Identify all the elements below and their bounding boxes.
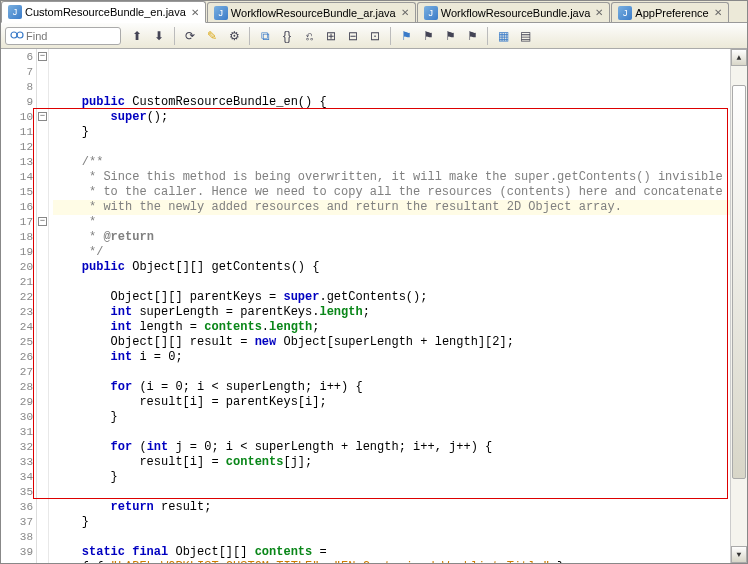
view1-icon[interactable]: ▦	[493, 26, 513, 46]
separator	[249, 27, 250, 45]
code-line[interactable]: */	[53, 245, 730, 260]
line-number: 28	[1, 380, 36, 395]
line-number: 15	[1, 185, 36, 200]
view2-icon[interactable]: ▤	[515, 26, 535, 46]
bookmark-next-icon[interactable]: ⚑	[440, 26, 460, 46]
code-line[interactable]: /**	[53, 155, 730, 170]
code-line[interactable]	[53, 485, 730, 500]
scroll-thumb[interactable]	[732, 85, 746, 479]
code-line[interactable]: int length = contents.length;	[53, 320, 730, 335]
code-line[interactable]: * Since this method is being overwritten…	[53, 170, 730, 185]
code-line[interactable]: Object[][] result = new Object[superLeng…	[53, 335, 730, 350]
code-line[interactable]: result[i] = parentKeys[i];	[53, 395, 730, 410]
bookmark-prev-icon[interactable]: ⚑	[418, 26, 438, 46]
braces-icon[interactable]: {}	[277, 26, 297, 46]
nav-next-icon[interactable]: ⬇	[149, 26, 169, 46]
fold-toggle-icon[interactable]: −	[38, 217, 47, 226]
binoculars-icon	[10, 29, 24, 43]
line-number: 26	[1, 350, 36, 365]
editor-area: 6789101112131415161718192021222324252627…	[1, 49, 747, 563]
find-box[interactable]	[5, 27, 121, 45]
line-number: 7	[1, 65, 36, 80]
bookmark-icon[interactable]: ⚑	[396, 26, 416, 46]
code-line[interactable]: int i = 0;	[53, 350, 730, 365]
find-input[interactable]	[26, 30, 116, 42]
code-line[interactable]: * to the caller. Hence we need to copy a…	[53, 185, 730, 200]
line-number: 32	[1, 440, 36, 455]
tab-label: AppPreference	[635, 7, 708, 19]
editor-tabs: JCustomResourceBundle_en.java✕JWorkflowR…	[1, 1, 747, 23]
tab[interactable]: JWorkflowResourceBundle_ar.java✕	[207, 2, 416, 22]
line-number: 27	[1, 365, 36, 380]
code-line[interactable]: result[i] = contents[j];	[53, 455, 730, 470]
code-line[interactable]: for (int j = 0; i < superLength + length…	[53, 440, 730, 455]
java-file-icon: J	[8, 5, 22, 19]
code-line[interactable]: { { "LABEL_WORKLIST_CUSTOM_TITLE", "EN_C…	[53, 560, 730, 564]
line-number: 11	[1, 125, 36, 140]
code-line[interactable]: * with the newly added resources and ret…	[53, 200, 730, 215]
scroll-down-icon[interactable]: ▼	[731, 546, 747, 563]
code-line[interactable]: Object[][] parentKeys = super.getContent…	[53, 290, 730, 305]
code-line[interactable]: static final Object[][] contents =	[53, 545, 730, 560]
scroll-track[interactable]	[731, 66, 747, 546]
tab[interactable]: JWorkflowResourceBundle.java✕	[417, 2, 611, 22]
line-number: 34	[1, 470, 36, 485]
line-number: 13	[1, 155, 36, 170]
close-icon[interactable]: ✕	[595, 7, 603, 18]
fold-column: −−−	[37, 49, 49, 563]
format-icon[interactable]: ⎌	[299, 26, 319, 46]
scroll-up-icon[interactable]: ▲	[731, 49, 747, 66]
line-number: 25	[1, 335, 36, 350]
code-line[interactable]: *	[53, 215, 730, 230]
line-number: 20	[1, 260, 36, 275]
svg-point-0	[11, 32, 17, 38]
tab[interactable]: JAppPreference✕	[611, 2, 728, 22]
sync-icon[interactable]: ⟳	[180, 26, 200, 46]
close-icon[interactable]: ✕	[401, 7, 409, 18]
code-line[interactable]: public CustomResourceBundle_en() {	[53, 95, 730, 110]
code-line[interactable]: * @return	[53, 230, 730, 245]
code-line[interactable]	[53, 425, 730, 440]
java-file-icon: J	[214, 6, 228, 20]
code-line[interactable]	[53, 365, 730, 380]
code-line[interactable]	[53, 140, 730, 155]
line-number: 38	[1, 530, 36, 545]
refactor-icon[interactable]: ⚙	[224, 26, 244, 46]
code-line[interactable]: int superLength = parentKeys.length;	[53, 305, 730, 320]
line-number: 37	[1, 515, 36, 530]
code-line[interactable]: }	[53, 410, 730, 425]
tool2-icon[interactable]: ⊟	[343, 26, 363, 46]
line-number: 39	[1, 545, 36, 560]
fold-toggle-icon[interactable]: −	[38, 52, 47, 61]
tab[interactable]: JCustomResourceBundle_en.java✕	[1, 1, 206, 23]
tab-label: WorkflowResourceBundle_ar.java	[231, 7, 396, 19]
quickdoc-icon[interactable]: ⧉	[255, 26, 275, 46]
code-line[interactable]: for (i = 0; i < superLength; i++) {	[53, 380, 730, 395]
close-icon[interactable]: ✕	[191, 7, 199, 18]
vertical-scrollbar[interactable]: ▲ ▼	[730, 49, 747, 563]
bookmark-list-icon[interactable]: ⚑	[462, 26, 482, 46]
code-line[interactable]	[53, 275, 730, 290]
close-icon[interactable]: ✕	[714, 7, 722, 18]
line-number: 16	[1, 200, 36, 215]
code-line[interactable]: super();	[53, 110, 730, 125]
nav-prev-icon[interactable]: ⬆	[127, 26, 147, 46]
line-number: 30	[1, 410, 36, 425]
code-line[interactable]: }	[53, 515, 730, 530]
code-line[interactable]	[53, 530, 730, 545]
code-content[interactable]: public CustomResourceBundle_en() { super…	[49, 49, 730, 563]
tool3-icon[interactable]: ⊡	[365, 26, 385, 46]
code-line[interactable]: }	[53, 470, 730, 485]
line-number: 23	[1, 305, 36, 320]
line-number: 24	[1, 320, 36, 335]
fold-toggle-icon[interactable]: −	[38, 112, 47, 121]
code-line[interactable]: return result;	[53, 500, 730, 515]
line-number: 33	[1, 455, 36, 470]
code-line[interactable]: }	[53, 125, 730, 140]
tool1-icon[interactable]: ⊞	[321, 26, 341, 46]
code-line[interactable]: public Object[][] getContents() {	[53, 260, 730, 275]
tab-label: WorkflowResourceBundle.java	[441, 7, 591, 19]
line-number: 14	[1, 170, 36, 185]
line-number: 35	[1, 485, 36, 500]
highlight-icon[interactable]: ✎	[202, 26, 222, 46]
